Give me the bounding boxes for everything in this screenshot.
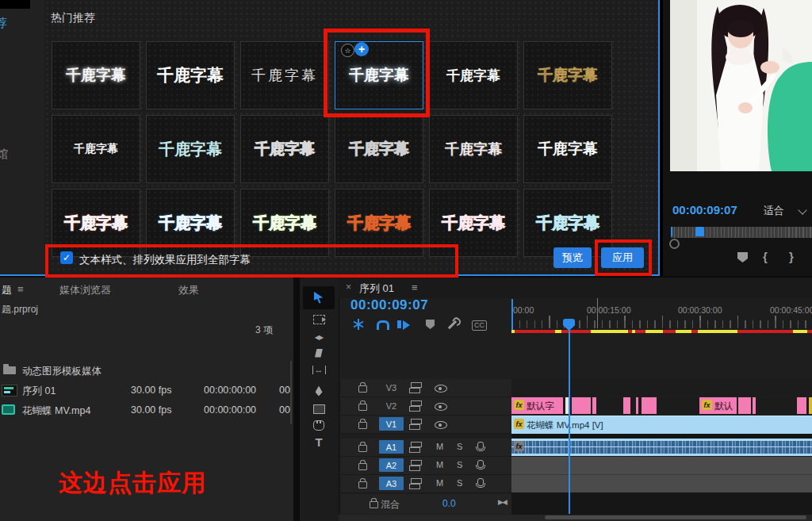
subtitle-clip[interactable] bbox=[623, 397, 630, 414]
tab-sequence[interactable]: 序列 01 bbox=[359, 282, 394, 296]
mute-button[interactable]: M bbox=[436, 442, 443, 451]
video-clip[interactable]: fx 花蝴蝶 MV.mp4 [V] bbox=[511, 416, 812, 434]
source-patch-icon[interactable] bbox=[411, 419, 422, 424]
style-tile[interactable]: 千鹿字幕 bbox=[146, 189, 235, 257]
style-tile[interactable]: 千鹿字幕 bbox=[335, 189, 423, 257]
scrollbar[interactable] bbox=[290, 361, 292, 424]
rectangle-tool[interactable] bbox=[309, 401, 328, 417]
subtitle-clip[interactable] bbox=[809, 397, 812, 414]
add-style-icon[interactable]: + bbox=[354, 42, 369, 56]
mute-button[interactable]: M bbox=[436, 478, 443, 488]
track-lane-a1[interactable]: fx bbox=[511, 439, 812, 457]
toggle-track-output-icon[interactable] bbox=[435, 421, 447, 429]
panel-menu-icon[interactable]: ≡ bbox=[17, 283, 24, 295]
track-label-a1[interactable]: A1 bbox=[379, 440, 404, 454]
subtitle-clip[interactable]: fx 默认字 bbox=[511, 397, 563, 414]
list-item-clip[interactable]: 花蝴蝶 MV.mp4 30.00 fps 00:00:00:00 00 bbox=[0, 400, 293, 420]
style-tile[interactable]: 千鹿字幕 bbox=[335, 115, 423, 183]
subtitle-clip[interactable] bbox=[753, 397, 756, 414]
track-label-v3[interactable]: V3 bbox=[379, 381, 404, 394]
tab-effects[interactable]: 效果 bbox=[178, 283, 199, 297]
sidebar-item-library[interactable]: 馆 bbox=[0, 147, 8, 162]
playhead-line[interactable] bbox=[569, 328, 570, 514]
timeline-hscrollbar[interactable] bbox=[339, 515, 812, 521]
razor-tool[interactable] bbox=[309, 345, 328, 361]
solo-button[interactable]: S bbox=[457, 478, 462, 488]
toggle-track-output-icon[interactable] bbox=[435, 403, 447, 411]
hand-tool[interactable] bbox=[309, 417, 328, 433]
style-tile[interactable]: 千鹿字幕 bbox=[523, 115, 612, 183]
track-lane-v2[interactable]: fx 默认字 fx 默认 bbox=[511, 397, 812, 415]
mix-volume-value[interactable]: 0.0 bbox=[442, 498, 456, 509]
scrollbar-thumb[interactable] bbox=[545, 515, 806, 519]
toggle-track-output-icon[interactable] bbox=[435, 385, 447, 393]
subtitle-clip[interactable] bbox=[572, 397, 591, 414]
pen-tool[interactable] bbox=[309, 383, 328, 399]
style-tile[interactable]: 千鹿字幕 bbox=[240, 189, 329, 257]
ripple-edit-tool[interactable]: ◀▶ bbox=[309, 329, 328, 345]
apply-to-all-checkbox[interactable]: ✓ bbox=[60, 251, 73, 264]
track-lane-a3[interactable] bbox=[511, 475, 812, 492]
solo-button[interactable]: S bbox=[457, 460, 462, 469]
scrollbar-knob[interactable] bbox=[669, 239, 680, 249]
style-tile[interactable]: 千鹿字幕 bbox=[52, 41, 140, 109]
style-tile[interactable]: 千鹿字幕 bbox=[240, 115, 329, 183]
selection-tool[interactable] bbox=[309, 289, 328, 305]
captions-icon[interactable]: CC bbox=[472, 320, 487, 331]
subtitle-clip[interactable] bbox=[642, 397, 657, 414]
style-tile[interactable]: 千鹿字幕 bbox=[52, 189, 140, 257]
voiceover-record-icon[interactable] bbox=[477, 442, 484, 450]
audio-clip[interactable]: fx bbox=[511, 439, 812, 456]
lock-icon[interactable] bbox=[358, 404, 367, 411]
style-tile[interactable]: 千鹿字幕 bbox=[429, 41, 518, 109]
list-item-sequence[interactable]: 序列 01 30.00 fps 00:00:00:00 00 bbox=[0, 381, 293, 400]
source-patch-icon[interactable] bbox=[411, 400, 422, 406]
mark-in-icon[interactable]: { bbox=[763, 250, 768, 263]
track-label-v2[interactable]: V2 bbox=[379, 399, 404, 412]
tab-media-browser[interactable]: 媒体浏览器 bbox=[59, 283, 111, 297]
list-item-folder[interactable]: 动态图形模板媒体 bbox=[0, 361, 293, 381]
keyframe-nav-icon[interactable]: ▶◀ bbox=[498, 498, 506, 506]
close-icon[interactable]: × bbox=[346, 282, 351, 293]
mute-button[interactable]: M bbox=[436, 460, 443, 469]
nest-sequence-icon[interactable] bbox=[353, 319, 364, 330]
timeline-settings-icon[interactable] bbox=[448, 320, 457, 329]
style-tile[interactable]: 千鹿字幕 bbox=[146, 41, 235, 109]
apply-button[interactable]: 应用 bbox=[601, 247, 644, 268]
linked-selection-icon[interactable] bbox=[397, 319, 410, 330]
lock-icon[interactable] bbox=[358, 463, 367, 470]
track-select-tool[interactable] bbox=[309, 312, 328, 328]
style-tile[interactable]: 千鹿字幕 bbox=[429, 189, 518, 257]
source-patch-icon[interactable] bbox=[411, 382, 422, 388]
type-tool[interactable]: T bbox=[309, 434, 328, 450]
lock-icon[interactable] bbox=[358, 422, 367, 429]
time-ruler[interactable]: 00:00 00:00:15:00 00:00:30:00 00:00:45:0… bbox=[511, 298, 812, 333]
track-lane-a2[interactable] bbox=[511, 457, 812, 475]
source-patch-icon[interactable] bbox=[411, 478, 422, 484]
favorite-star-icon[interactable]: ☆ bbox=[341, 44, 354, 57]
style-tile[interactable]: 千鹿字幕 bbox=[146, 115, 235, 183]
lock-icon[interactable] bbox=[370, 501, 378, 508]
style-tile[interactable]: 千鹿字幕 bbox=[52, 115, 140, 183]
add-marker-icon[interactable] bbox=[737, 252, 748, 262]
source-patch-icon[interactable] bbox=[411, 442, 422, 447]
add-marker-icon[interactable] bbox=[426, 320, 435, 329]
voiceover-record-icon[interactable] bbox=[477, 460, 484, 468]
zoom-level-select[interactable]: 适合 bbox=[764, 204, 784, 218]
voiceover-record-icon[interactable] bbox=[477, 478, 484, 486]
lock-icon[interactable] bbox=[358, 445, 367, 452]
tab-project[interactable]: 题 bbox=[2, 283, 12, 297]
solo-button[interactable]: S bbox=[457, 442, 462, 451]
lock-icon[interactable] bbox=[358, 481, 367, 488]
panel-menu-icon[interactable]: ≡ bbox=[412, 282, 418, 293]
track-label-a2[interactable]: A2 bbox=[379, 458, 404, 472]
track-lane-v3[interactable] bbox=[511, 379, 812, 396]
subtitle-clip[interactable] bbox=[797, 397, 806, 414]
sidebar-item-recommended[interactable]: 荐 bbox=[0, 16, 7, 31]
track-label-a3[interactable]: A3 bbox=[379, 477, 404, 490]
program-playhead[interactable] bbox=[695, 227, 704, 236]
subtitle-clip[interactable] bbox=[636, 397, 638, 414]
chevron-down-icon[interactable] bbox=[798, 205, 806, 214]
source-patch-icon[interactable] bbox=[411, 460, 422, 465]
subtitle-clip[interactable]: fx 默认 bbox=[699, 397, 737, 414]
